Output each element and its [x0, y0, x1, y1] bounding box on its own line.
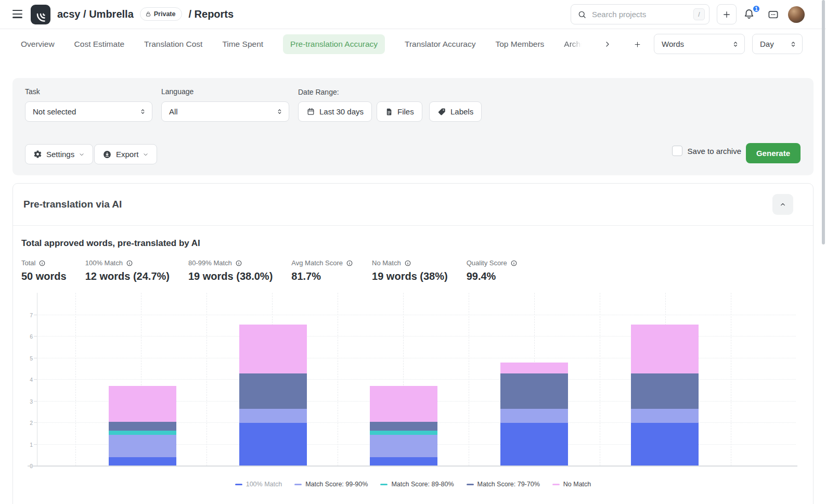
labels-filter-button[interactable]: Labels	[429, 101, 482, 122]
gridline-vertical	[731, 293, 731, 466]
bar-segment	[631, 423, 699, 466]
chevron-right-icon	[603, 40, 612, 48]
tab-archive-truncated[interactable]: Archi	[564, 40, 582, 49]
collapse-section-button[interactable]	[772, 194, 793, 215]
legend-label: Match Score: 79-70%	[477, 481, 540, 488]
reports-page: acsy / Umbrella Private / Reports /	[0, 0, 826, 504]
search-box: /	[571, 4, 709, 24]
tab-pre-translation-accuracy[interactable]: Pre-translation Accuracy	[283, 34, 385, 54]
notifications-button[interactable]: 1	[743, 8, 756, 21]
bar-segment	[370, 457, 437, 466]
info-icon[interactable]	[235, 260, 242, 267]
y-axis-line	[37, 293, 37, 466]
legend-item[interactable]: No Match	[552, 481, 591, 488]
bar-segment	[239, 409, 307, 423]
y-axis-tick-label: 7	[21, 312, 33, 318]
export-icon	[102, 150, 112, 159]
tab-cost-estimate[interactable]: Cost Estimate	[74, 40, 124, 49]
info-icon[interactable]	[346, 260, 353, 267]
report-filters-panel: Task Not selected Language All Date Rang…	[12, 78, 814, 175]
crowdin-logo[interactable]	[31, 5, 50, 24]
y-axis-tick-label: 6	[21, 333, 33, 340]
info-icon[interactable]	[38, 260, 46, 267]
stat-100-match: 100% Match 12 words (24.7%)	[85, 259, 170, 282]
y-axis-tick-label: 4	[21, 377, 33, 383]
create-project-button[interactable]	[717, 4, 737, 24]
chat-icon	[767, 9, 779, 21]
tab-overview[interactable]: Overview	[21, 40, 55, 49]
export-button[interactable]: Export	[94, 144, 157, 164]
labels-button-label: Labels	[450, 107, 473, 116]
language-select-value: All	[169, 107, 178, 116]
messages-button[interactable]	[767, 9, 780, 21]
search-input[interactable]	[591, 9, 689, 19]
info-icon[interactable]	[126, 260, 133, 267]
info-icon[interactable]	[510, 260, 518, 267]
bar-segment	[500, 373, 568, 409]
legend-item[interactable]: Match Score: 99-90%	[294, 481, 368, 488]
bar-segment	[370, 386, 437, 421]
legend-label: Match Score: 89-80%	[391, 481, 454, 488]
breadcrumb-project[interactable]: acsy / Umbrella	[57, 8, 134, 20]
pre-translation-report-card: Pre-translation via AI Total approved wo…	[12, 183, 814, 504]
bar-segment	[370, 431, 437, 435]
date-range-label: Date Range:	[298, 88, 339, 96]
save-to-archive-checkbox[interactable]	[672, 146, 682, 156]
bar-segment	[631, 325, 699, 373]
tab-top-members[interactable]: Top Members	[495, 40, 544, 49]
bar-segment	[109, 431, 176, 435]
settings-button[interactable]: Settings	[25, 144, 93, 164]
task-label: Task	[25, 87, 40, 96]
bar-segment	[500, 363, 568, 373]
stat-80-99-match: 80-99% Match 19 words (38.0%)	[188, 259, 273, 282]
info-icon[interactable]	[404, 260, 411, 267]
file-icon	[385, 108, 393, 116]
gridline-vertical	[338, 293, 338, 466]
export-button-label: Export	[116, 150, 138, 159]
bar-segment	[239, 373, 307, 409]
breadcrumb-section: / Reports	[188, 8, 234, 20]
tab-time-spent[interactable]: Time Spent	[222, 40, 263, 49]
add-report-tab-button[interactable]	[633, 39, 643, 49]
chart-legend: 100% MatchMatch Score: 99-90%Match Score…	[21, 479, 805, 489]
bar-segment	[370, 435, 437, 458]
page-scrollbar[interactable]	[822, 0, 825, 244]
legend-item[interactable]: Match Score: 79-70%	[467, 481, 540, 488]
legend-label: Match Score: 99-90%	[305, 481, 368, 488]
search-shortcut-key: /	[693, 8, 705, 20]
gridline-horizontal	[37, 315, 796, 315]
plus-icon	[722, 10, 731, 19]
stat-avg-match-score: Avg Match Score 81.7%	[291, 259, 353, 282]
updown-icon	[139, 108, 147, 115]
report-card-header: Pre-translation via AI	[13, 184, 813, 226]
files-filter-button[interactable]: Files	[377, 101, 422, 122]
avatar[interactable]	[788, 6, 805, 23]
legend-label: No Match	[563, 481, 591, 488]
top-bar: acsy / Umbrella Private / Reports /	[0, 0, 826, 29]
x-axis-line	[28, 466, 797, 467]
stacked-bar-chart: 01234567	[21, 291, 805, 472]
task-select[interactable]: Not selected	[25, 101, 152, 122]
stat-label: No Match	[372, 259, 401, 267]
stat-label: 100% Match	[85, 259, 123, 267]
generate-button[interactable]: Generate	[746, 143, 801, 163]
bar-segment	[631, 373, 699, 409]
legend-item[interactable]: Match Score: 89-80%	[380, 481, 454, 488]
report-card-body: Total approved words, pre-translated by …	[13, 226, 813, 489]
unit-select[interactable]: Words	[654, 34, 745, 54]
plus-icon	[634, 41, 641, 48]
tab-translation-cost[interactable]: Translation Cost	[144, 40, 202, 49]
files-button-label: Files	[397, 107, 414, 116]
date-range-button[interactable]: Last 30 days	[298, 101, 372, 122]
tab-translator-accuracy[interactable]: Translator Accuracy	[405, 40, 475, 49]
legend-item[interactable]: 100% Match	[235, 481, 282, 488]
period-select[interactable]: Day	[752, 34, 803, 54]
tabs-scroll-right-button[interactable]	[602, 39, 613, 49]
y-axis-tick-label: 2	[21, 420, 33, 426]
menu-icon[interactable]	[12, 10, 22, 18]
bar-segment	[500, 423, 568, 466]
language-label: Language	[161, 87, 193, 96]
tag-icon	[437, 107, 446, 116]
language-select[interactable]: All	[161, 101, 289, 122]
chart-subtitle: Total approved words, pre-translated by …	[21, 238, 805, 249]
